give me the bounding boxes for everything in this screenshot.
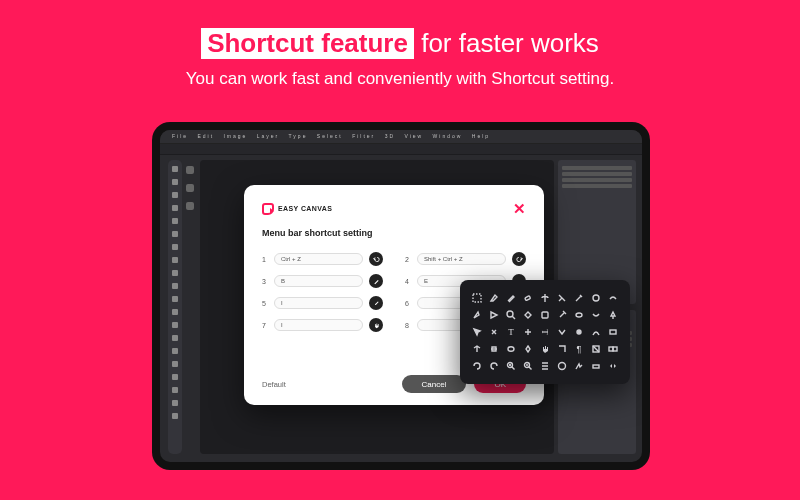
default-link[interactable]: Default xyxy=(262,380,286,389)
headline: Shortcut feature for faster works xyxy=(0,0,800,59)
tool-icon[interactable] xyxy=(172,283,178,289)
shortcut-input[interactable]: Ctrl + Z xyxy=(274,253,363,265)
menu-item[interactable]: File xyxy=(172,133,188,139)
picker-tool-icon[interactable]: ¶ xyxy=(572,342,586,356)
menu-item[interactable]: Select xyxy=(317,133,343,139)
svg-rect-8 xyxy=(610,330,616,334)
tool-icon[interactable] xyxy=(172,348,178,354)
panel-icon[interactable] xyxy=(186,184,194,192)
shortcut-input[interactable]: Shift + Ctrl + Z xyxy=(417,253,506,265)
picker-tool-icon[interactable] xyxy=(572,308,586,322)
picker-tool-icon[interactable] xyxy=(521,291,535,305)
picker-tool-icon[interactable] xyxy=(538,359,552,373)
picker-tool-icon[interactable] xyxy=(572,291,586,305)
picker-tool-icon[interactable] xyxy=(487,342,501,356)
tool-icon[interactable] xyxy=(172,387,178,393)
menu-item[interactable]: Window xyxy=(433,133,463,139)
picker-tool-icon[interactable] xyxy=(504,359,518,373)
tool-icon[interactable] xyxy=(172,400,178,406)
brush-icon[interactable] xyxy=(369,274,383,288)
picker-tool-icon[interactable] xyxy=(521,342,535,356)
tool-icon[interactable] xyxy=(172,413,178,419)
panel-icon[interactable] xyxy=(186,166,194,174)
hand-icon[interactable] xyxy=(369,318,383,332)
picker-tool-icon[interactable] xyxy=(606,359,620,373)
picker-tool-icon[interactable] xyxy=(589,342,603,356)
tool-icon[interactable] xyxy=(172,179,178,185)
svg-rect-15 xyxy=(593,365,599,368)
picker-tool-icon[interactable] xyxy=(572,325,586,339)
picker-tool-icon[interactable] xyxy=(555,359,569,373)
tool-icon[interactable] xyxy=(172,257,178,263)
cancel-button[interactable]: Cancel xyxy=(402,375,467,393)
picker-tool-icon[interactable] xyxy=(521,325,535,339)
undo-icon[interactable] xyxy=(369,252,383,266)
tool-icon[interactable] xyxy=(172,231,178,237)
tool-icon[interactable] xyxy=(172,270,178,276)
picker-tool-icon[interactable]: T xyxy=(504,325,518,339)
picker-tool-icon[interactable] xyxy=(470,342,484,356)
picker-tool-icon[interactable] xyxy=(555,342,569,356)
close-icon[interactable]: ✕ xyxy=(513,201,526,216)
picker-tool-icon[interactable] xyxy=(470,291,484,305)
picker-tool-icon[interactable] xyxy=(572,359,586,373)
tool-icon[interactable] xyxy=(172,244,178,250)
picker-tool-icon[interactable] xyxy=(470,325,484,339)
tool-icon[interactable] xyxy=(172,322,178,328)
shortcut-input[interactable]: I xyxy=(274,319,363,331)
menu-item[interactable]: Edit xyxy=(197,133,214,139)
panel-icon[interactable] xyxy=(186,202,194,210)
picker-tool-icon[interactable] xyxy=(538,342,552,356)
picker-tool-icon[interactable] xyxy=(538,308,552,322)
picker-tool-icon[interactable] xyxy=(538,291,552,305)
picker-tool-icon[interactable] xyxy=(521,308,535,322)
picker-tool-icon[interactable] xyxy=(555,325,569,339)
svg-rect-5 xyxy=(542,312,548,318)
picker-tool-icon[interactable] xyxy=(504,291,518,305)
menu-item[interactable]: View xyxy=(404,133,423,139)
picker-tool-icon[interactable] xyxy=(589,325,603,339)
picker-tool-icon[interactable] xyxy=(470,308,484,322)
tool-icon[interactable] xyxy=(172,309,178,315)
picker-tool-icon[interactable] xyxy=(606,308,620,322)
tool-icon[interactable] xyxy=(172,374,178,380)
picker-tool-icon[interactable] xyxy=(555,308,569,322)
document-tab-bar xyxy=(160,144,642,155)
redo-icon[interactable] xyxy=(512,252,526,266)
picker-tool-icon[interactable] xyxy=(504,342,518,356)
picker-tool-icon[interactable] xyxy=(487,291,501,305)
picker-tool-icon[interactable] xyxy=(487,325,501,339)
menu-item[interactable]: Help xyxy=(472,133,490,139)
picker-tool-icon[interactable] xyxy=(487,308,501,322)
tool-icon[interactable] xyxy=(172,296,178,302)
shortcut-input[interactable]: I xyxy=(274,297,363,309)
shortcut-row: 3 B xyxy=(262,274,383,288)
menu-item[interactable]: Image xyxy=(223,133,247,139)
row-number: 5 xyxy=(262,300,268,307)
picker-tool-icon[interactable] xyxy=(487,359,501,373)
tool-icon[interactable] xyxy=(172,335,178,341)
picker-tool-icon[interactable] xyxy=(589,359,603,373)
picker-tool-icon[interactable] xyxy=(470,359,484,373)
tool-icon[interactable] xyxy=(172,205,178,211)
tool-icon[interactable] xyxy=(172,192,178,198)
picker-tool-icon[interactable]: T xyxy=(538,325,552,339)
menu-item[interactable]: 3D xyxy=(385,133,395,139)
tool-icon[interactable] xyxy=(172,218,178,224)
picker-tool-icon[interactable] xyxy=(504,308,518,322)
menu-item[interactable]: Filter xyxy=(352,133,375,139)
picker-tool-icon[interactable] xyxy=(521,359,535,373)
picker-tool-icon[interactable] xyxy=(606,325,620,339)
tool-icon-picker: T T ¶ xyxy=(460,280,630,384)
picker-tool-icon[interactable] xyxy=(606,291,620,305)
menu-item[interactable]: Type xyxy=(289,133,308,139)
picker-tool-icon[interactable] xyxy=(606,342,620,356)
eyedropper-icon[interactable] xyxy=(369,296,383,310)
menu-item[interactable]: Layer xyxy=(257,133,280,139)
tool-icon[interactable] xyxy=(172,166,178,172)
picker-tool-icon[interactable] xyxy=(589,308,603,322)
picker-tool-icon[interactable] xyxy=(555,291,569,305)
picker-tool-icon[interactable] xyxy=(589,291,603,305)
tool-icon[interactable] xyxy=(172,361,178,367)
shortcut-input[interactable]: B xyxy=(274,275,363,287)
